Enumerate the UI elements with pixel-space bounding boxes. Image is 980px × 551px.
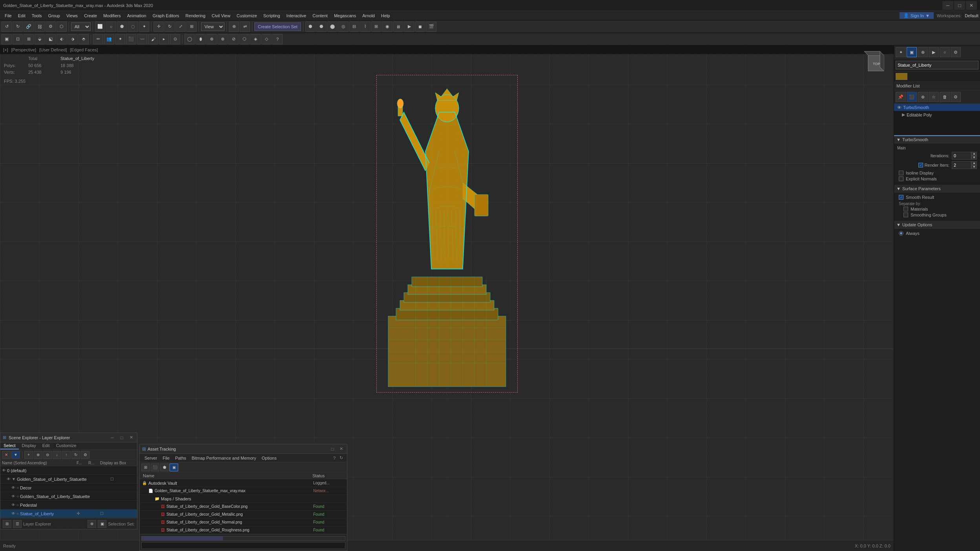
se-bottom-sel-button[interactable]: ⊕ xyxy=(88,520,96,528)
minimize-button[interactable]: ─ xyxy=(942,1,953,10)
populate-button[interactable]: 👥 xyxy=(104,34,114,44)
modifier-editpoly[interactable]: ▶ Editable Poly xyxy=(894,111,980,118)
preview-button[interactable]: ⊙ xyxy=(170,34,180,44)
se-close-button[interactable]: ✕ xyxy=(128,434,135,441)
extra8-button[interactable]: ◇ xyxy=(261,34,272,44)
se-tab-select[interactable]: Select xyxy=(0,442,19,449)
at-path-input[interactable] xyxy=(141,542,345,549)
snap-spinner-button[interactable]: ⬖ xyxy=(57,34,67,44)
bind-button[interactable]: ⚙ xyxy=(46,22,56,32)
se-add-layer-button[interactable]: + xyxy=(24,451,33,459)
cloth-button[interactable]: ⬛ xyxy=(126,34,136,44)
materials-checkbox[interactable] xyxy=(903,207,908,211)
extra7-button[interactable]: ◈ xyxy=(250,34,261,44)
at-btn1[interactable]: ⊞ xyxy=(141,464,150,471)
mod-pin-button[interactable]: 📌 xyxy=(896,92,906,102)
align-button[interactable]: ⬤ xyxy=(327,22,338,32)
extra6-button[interactable]: ⬡ xyxy=(239,34,250,44)
at-close-button[interactable]: ✕ xyxy=(338,446,345,453)
se-tab-customize[interactable]: Customize xyxy=(53,442,80,449)
menu-create[interactable]: Create xyxy=(81,13,100,19)
object-name-input[interactable] xyxy=(896,61,978,69)
at-btn3[interactable]: ⬟ xyxy=(160,464,169,471)
se-settings-button[interactable]: ⚙ xyxy=(81,451,89,459)
extra3-button[interactable]: ⊕ xyxy=(206,34,217,44)
unlink-button[interactable]: ⛓ xyxy=(35,22,45,32)
se-row-golden-item[interactable]: 👁 ○ Golden_Statue_of_Liberty_Statuette xyxy=(0,492,137,501)
mirror-button[interactable]: ⇌ xyxy=(240,22,250,32)
at-menu-paths[interactable]: Paths xyxy=(173,455,188,461)
mod-make-unique-button[interactable]: ☆ xyxy=(929,92,939,102)
motion-button[interactable]: ▸ xyxy=(159,34,169,44)
se-add-sel-button[interactable]: ⊕ xyxy=(34,451,42,459)
snap-extra-button[interactable]: ⬘ xyxy=(78,34,89,44)
isoline-display-checkbox[interactable] xyxy=(899,171,903,175)
create-selection-set-button[interactable]: Create Selection Set xyxy=(254,22,301,31)
mod-show-end-button[interactable]: ⊕ xyxy=(918,92,928,102)
help2-button[interactable]: ? xyxy=(272,34,283,44)
iterations-up-button[interactable]: ▲ xyxy=(971,152,977,156)
at-minimize-button[interactable]: □ xyxy=(329,446,336,453)
at-help-icon[interactable]: ? xyxy=(332,456,337,460)
se-bottom-sel2-button[interactable]: ▣ xyxy=(98,520,106,528)
snap-2d-button[interactable]: ▣ xyxy=(2,34,12,44)
menu-civil-view[interactable]: Civil View xyxy=(208,13,233,19)
render-iters-down-button[interactable]: ▼ xyxy=(971,165,977,169)
se-maximize-button[interactable]: □ xyxy=(118,434,125,441)
extra1-button[interactable]: ◯ xyxy=(184,34,195,44)
at-btn2[interactable]: ⬛ xyxy=(151,464,159,471)
nav-cube[interactable]: TOP xyxy=(862,49,890,77)
menu-scripting[interactable]: Scripting xyxy=(260,13,283,19)
select-lasso-button[interactable]: ◌ xyxy=(128,22,138,32)
menu-views[interactable]: Views xyxy=(63,13,81,19)
undo-button[interactable]: ↺ xyxy=(2,22,12,32)
hierarchy-panel-button[interactable]: ⊕ xyxy=(918,47,928,57)
layer-button[interactable]: ⊟ xyxy=(349,22,360,32)
at-row-maps[interactable]: 📁 Maps / Shaders xyxy=(140,495,347,503)
display-panel-button[interactable]: ○ xyxy=(940,47,950,57)
menu-rendering[interactable]: Rendering xyxy=(182,13,209,19)
at-row-metallic[interactable]: 🖼 Statue_of_Liberty_decor_Gold_Metallic.… xyxy=(140,511,347,518)
maximize-button[interactable]: □ xyxy=(954,1,965,10)
at-row-vault[interactable]: 🔒 Autodesk Vault Logged... xyxy=(140,479,347,487)
at-row-basecolor[interactable]: 🖼 Statue_of_Liberty_decor_Gold_BaseColor… xyxy=(140,503,347,511)
mod-remove-button[interactable]: 🗑 xyxy=(940,92,950,102)
iterations-spinner[interactable]: 0 ▲ ▼ xyxy=(952,152,977,160)
se-row-default[interactable]: 👁 0 (default) xyxy=(0,466,137,475)
mod-stack-button[interactable]: ⬛ xyxy=(907,92,917,102)
select-circle-button[interactable]: ○ xyxy=(106,22,116,32)
se-clear-button[interactable]: ✕ xyxy=(2,451,11,459)
at-row-normal[interactable]: 🖼 Statue_of_Liberty_decor_Gold_Normal.pn… xyxy=(140,518,347,526)
se-del-layer-button[interactable]: ⊖ xyxy=(43,451,52,459)
explicit-normals-checkbox[interactable] xyxy=(899,176,903,181)
link-button[interactable]: 🔗 xyxy=(24,22,34,32)
se-tab-edit[interactable]: Edit xyxy=(39,442,53,449)
redo-button[interactable]: ↻ xyxy=(13,22,23,32)
extra5-button[interactable]: ⊘ xyxy=(228,34,239,44)
smoothing-groups-checkbox[interactable] xyxy=(903,213,908,217)
modify-panel-button[interactable]: ▣ xyxy=(907,47,917,57)
mirror2-button[interactable]: ⬣ xyxy=(316,22,327,32)
scale-button[interactable]: ⤢ xyxy=(175,22,186,32)
always-radio[interactable] xyxy=(899,231,903,236)
at-row-maxfile[interactable]: 📄 Golden_Statue_of_Liberty_Statuette_max… xyxy=(140,487,347,495)
render-iters-spinner[interactable]: 2 ▲ ▼ xyxy=(952,161,977,169)
close-button[interactable]: ✕ xyxy=(966,1,977,10)
at-menu-options[interactable]: Options xyxy=(259,455,279,461)
modifier-turbosim[interactable]: 👁 TurboSmooth xyxy=(894,104,980,111)
render-button[interactable]: ▶ xyxy=(404,22,414,32)
update-options-header[interactable]: ▼ Update Options xyxy=(894,221,980,229)
view-dropdown[interactable]: View xyxy=(201,22,224,31)
iterations-down-button[interactable]: ▼ xyxy=(971,156,977,160)
named-selection-button[interactable]: ⬢ xyxy=(305,22,316,32)
menu-content[interactable]: Content xyxy=(309,13,331,19)
se-tab-display[interactable]: Display xyxy=(19,442,39,449)
se-row-pedestal[interactable]: 👁 ○ Pedestal xyxy=(0,501,137,509)
snap-other-button[interactable]: ⬗ xyxy=(68,34,78,44)
se-collapse-button[interactable]: ↑ xyxy=(62,451,71,459)
extra4-button[interactable]: ⊗ xyxy=(217,34,228,44)
se-bottom-layers-button[interactable]: ☰ xyxy=(13,520,22,528)
menu-modifiers[interactable]: Modifiers xyxy=(100,13,124,19)
render-setup-button[interactable]: 🖥 xyxy=(393,22,403,32)
menu-edit[interactable]: Edit xyxy=(15,13,29,19)
